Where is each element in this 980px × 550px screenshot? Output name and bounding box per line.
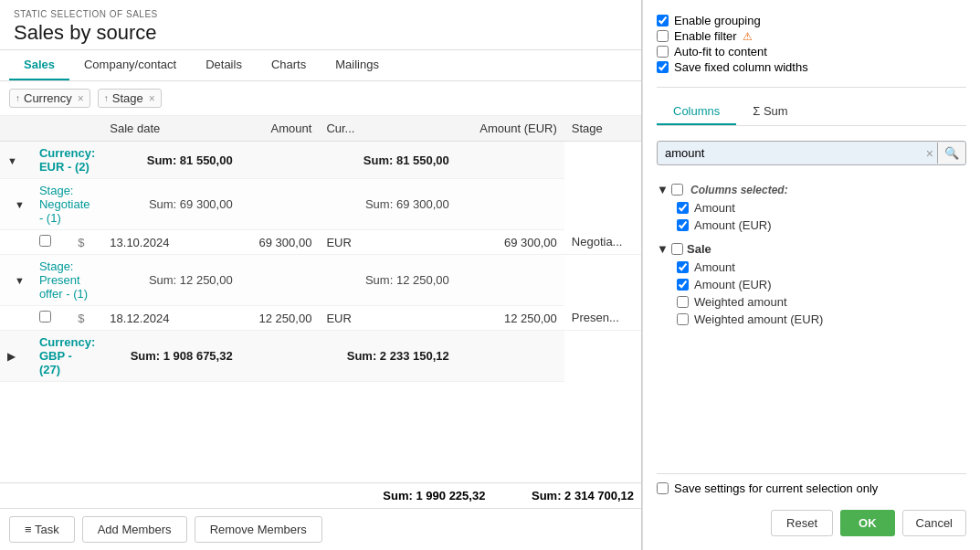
group-currency-cell — [240, 142, 320, 179]
save-widths-label: Save fixed column widths — [674, 60, 808, 74]
ok-button[interactable]: OK — [840, 510, 895, 536]
col-weighted-amount-label: Weighted amount — [694, 295, 787, 309]
tab-mailings[interactable]: Mailings — [321, 50, 394, 80]
right-panel: Enable grouping Enable filter ⚠ Auto-fit… — [642, 0, 980, 550]
save-widths-row: Save fixed column widths — [657, 60, 966, 74]
col-header-amount[interactable]: Amount — [240, 116, 320, 142]
enable-filter-checkbox[interactable] — [657, 30, 669, 42]
sale-group-expand-icon[interactable]: ▼ — [657, 242, 668, 256]
add-members-button[interactable]: Add Members — [82, 516, 187, 543]
reset-button[interactable]: Reset — [771, 510, 833, 536]
bottom-buttons: ≡ Task Add Members Remove Members — [0, 508, 641, 550]
col-sale-amount-eur-checkbox[interactable] — [677, 279, 689, 291]
subgroup-amount-sum: Sum: 69 300,00 — [102, 179, 239, 230]
group2-expand-icon[interactable]: ▶ — [0, 331, 32, 382]
task-button[interactable]: ≡ Task — [9, 516, 75, 543]
footer-eur-sum: Sum: 2 314 700,12 — [532, 489, 634, 502]
row2-eur: 12 250,00 — [457, 306, 564, 331]
currency-close-icon[interactable]: × — [78, 92, 84, 105]
col-header-currency[interactable]: Cur... — [319, 116, 456, 142]
table-row[interactable]: ▼ Currency: EUR - (2) Sum: 81 550,00 Sum… — [0, 142, 641, 179]
filter-currency[interactable]: ↑ Currency × — [9, 89, 90, 108]
auto-fit-checkbox[interactable] — [657, 46, 669, 58]
columns-selected-group-checkbox[interactable] — [671, 184, 683, 196]
sale-group-checkbox[interactable] — [671, 243, 683, 255]
col-item-amount-selected: Amount — [657, 199, 966, 217]
row2-checkbox-cell[interactable] — [32, 306, 70, 331]
col-header-stage[interactable]: Stage — [564, 116, 641, 142]
divider — [657, 87, 966, 88]
col-header-expand — [0, 116, 32, 142]
subgroup2-expand-icon[interactable]: ▼ — [0, 255, 32, 306]
stage-close-icon[interactable]: × — [149, 92, 155, 105]
group-eur-sum: Sum: 81 550,00 — [319, 142, 456, 179]
col-header-amount-eur[interactable]: Amount (EUR) — [457, 116, 564, 142]
dollar-icon: $ — [78, 236, 84, 249]
dollar-icon-2: $ — [78, 312, 84, 325]
enable-grouping-label: Enable grouping — [674, 14, 761, 27]
save-widths-checkbox[interactable] — [657, 61, 669, 73]
sale-group-header[interactable]: ▼ Sale — [657, 239, 966, 259]
col-weighted-amount-checkbox[interactable] — [677, 296, 689, 308]
filter-stage[interactable]: ↑ Stage × — [98, 89, 162, 108]
row-checkbox[interactable] — [39, 235, 51, 247]
columns-selected-expand-icon[interactable]: ▼ — [657, 183, 668, 196]
cancel-button[interactable]: Cancel — [902, 510, 966, 536]
table-header-row: Sale date Amount Cur... Amount (EUR) Sta… — [0, 116, 641, 142]
columns-list: ▼ Columns selected: Amount Amount (EUR) … — [657, 180, 966, 466]
search-submit-icon[interactable]: 🔍 — [937, 143, 965, 164]
col-sale-amount-checkbox[interactable] — [677, 261, 689, 273]
footer-sum-label: Sum: — [383, 489, 413, 502]
row2-checkbox[interactable] — [39, 311, 51, 323]
remove-members-button[interactable]: Remove Members — [195, 516, 322, 543]
save-settings-checkbox[interactable] — [657, 482, 669, 494]
col-item-weighted-amount-eur: Weighted amount (EUR) — [657, 311, 966, 328]
group2-currency-cell — [240, 331, 320, 382]
page-title: Sales by source — [14, 21, 627, 45]
col-header-icon — [70, 116, 102, 142]
row-currency: EUR — [319, 230, 456, 255]
table-row[interactable]: ▼ Stage: Present offer - (1) Sum: 12 250… — [0, 255, 641, 306]
subgroup2-eur-sum: Sum: 12 250,00 — [319, 255, 456, 306]
col-item-amount-eur-selected: Amount (EUR) — [657, 217, 966, 234]
row-icon-cell: $ — [70, 230, 102, 255]
column-search-input[interactable] — [658, 142, 922, 164]
tab-sales[interactable]: Sales — [9, 50, 69, 80]
col-amount-selected-label: Amount — [694, 201, 735, 215]
group-stage-cell — [457, 142, 564, 179]
panel-tab-columns[interactable]: Columns — [657, 99, 736, 125]
subgroup-currency-cell — [240, 179, 320, 230]
tab-company-contact[interactable]: Company/contact — [69, 50, 191, 80]
warning-icon: ⚠ — [743, 30, 753, 43]
sale-group-label: Sale — [687, 242, 711, 256]
col-amount-eur-selected-checkbox[interactable] — [677, 219, 689, 231]
enable-filter-row: Enable filter ⚠ — [657, 29, 966, 43]
row-indent — [0, 230, 32, 255]
columns-selected-header[interactable]: ▼ Columns selected: — [657, 180, 966, 199]
panel-buttons: Reset OK Cancel — [657, 502, 966, 536]
row-amount: 69 300,00 — [240, 230, 320, 255]
stage-label: Stage — [112, 91, 143, 105]
row-checkbox-cell[interactable] — [32, 230, 70, 255]
tab-details[interactable]: Details — [191, 50, 257, 80]
sales-table-container: Sale date Amount Cur... Amount (EUR) Sta… — [0, 116, 641, 482]
column-search-box: × 🔍 — [657, 141, 966, 165]
tab-charts[interactable]: Charts — [257, 50, 321, 80]
row-stage: Negotia... — [564, 230, 641, 255]
filters-bar: ↑ Currency × ↑ Stage × — [0, 81, 641, 116]
col-amount-selected-checkbox[interactable] — [677, 202, 689, 214]
col-header-sale-date[interactable]: Sale date — [102, 116, 239, 142]
col-weighted-amount-eur-label: Weighted amount (EUR) — [694, 312, 823, 326]
sale-group: ▼ Sale Amount Amount (EUR) Weighted amou… — [657, 239, 966, 328]
table-row[interactable]: $ 18.12.2024 12 250,00 EUR 12 250,00 Pre… — [0, 306, 641, 331]
col-weighted-amount-eur-checkbox[interactable] — [677, 313, 689, 325]
table-row[interactable]: $ 13.10.2024 69 300,00 EUR 69 300,00 Neg… — [0, 230, 641, 255]
enable-grouping-checkbox[interactable] — [657, 15, 669, 26]
search-clear-icon[interactable]: × — [922, 146, 937, 161]
panel-tab-sum[interactable]: Σ Sum — [736, 99, 804, 125]
table-row[interactable]: ▼ Stage: Negotiate - (1) Sum: 69 300,00 … — [0, 179, 641, 230]
table-row[interactable]: ▶ Currency: GBP - (27) Sum: 1 908 675,32… — [0, 331, 641, 382]
row-sale-date: 13.10.2024 — [102, 230, 239, 255]
group-expand-icon[interactable]: ▼ — [0, 142, 32, 179]
subgroup-expand-icon[interactable]: ▼ — [0, 179, 32, 230]
